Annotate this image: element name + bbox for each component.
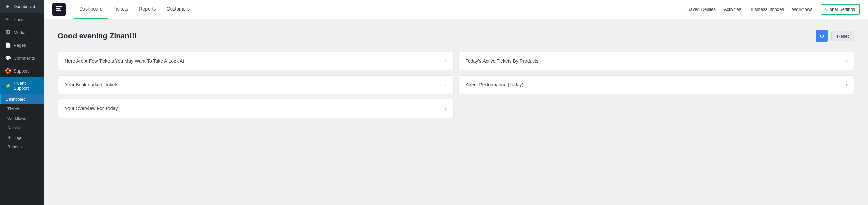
sidebar-sub-label-workflows: Workflows [7,116,26,121]
sidebar-label-fluent-support: Fluent Support [14,81,39,91]
header-actions: ⚙ Reset [816,30,854,42]
fluent-support-icon: ⚡ [5,83,11,89]
card-label: Agent Performance (Today) [466,82,524,87]
saved-replies-link[interactable]: Saved Replies [687,7,716,12]
tab-customers[interactable]: Customers [161,0,195,19]
chevron-right-icon: › [445,105,447,111]
card-label: Your Overview For Today [65,106,118,111]
tab-reports[interactable]: Reports [134,0,161,19]
sidebar-sub-label-reports: Reports [7,145,22,149]
sidebar-item-posts[interactable]: ✏ Posts [0,13,44,26]
dashboard-grid: Here Are A Few Tickets You May Want To T… [58,52,854,118]
sidebar-sub-dashboard[interactable]: Dashboard [0,94,44,104]
card-agent-performance[interactable]: Agent Performance (Today) › [458,75,854,94]
sidebar-sub-activities[interactable]: Activities [0,123,44,133]
chevron-right-icon: › [445,82,447,88]
card-bookmarked[interactable]: Your Bookmarked Tickets › [58,75,454,94]
sidebar-sub-reports[interactable]: Reports [0,142,44,152]
sidebar-sub-label-dashboard: Dashboard [6,97,26,102]
sidebar-label-support: Support [14,68,29,74]
sidebar-label-dashboard: Dashboard [14,4,35,9]
sidebar-item-support[interactable]: 🛟 Support [0,64,44,77]
sidebar-item-media[interactable]: 🖼 Media [0,26,44,39]
chevron-right-icon: › [846,58,847,64]
chevron-right-icon: › [445,58,447,64]
card-label: Your Bookmarked Tickets [65,82,118,87]
brand-logo-text [55,5,63,14]
sidebar-item-pages[interactable]: 📄 Pages [0,39,44,52]
pages-icon: 📄 [5,42,11,48]
media-icon: 🖼 [5,29,11,35]
support-icon: 🛟 [5,68,11,74]
card-tickets-look[interactable]: Here Are A Few Tickets You May Want To T… [58,52,454,70]
top-nav: Dashboard Tickets Reports Customers Save… [44,0,868,19]
reset-button[interactable]: Reset [831,31,854,41]
sidebar-sub-tickets[interactable]: Tickets [0,104,44,114]
posts-icon: ✏ [5,16,11,22]
sidebar-sub-workflows[interactable]: Workflows [0,114,44,123]
chevron-right-icon: › [846,82,847,88]
content-area: Good evening Zinan!!! ⚙ Reset Here Are A… [44,19,868,205]
page-title: Good evening Zinan!!! [58,32,137,40]
tab-dashboard[interactable]: Dashboard [74,0,108,19]
sidebar-label-media: Media [14,30,25,35]
sidebar-label-posts: Posts [14,17,25,22]
nav-right: Saved Replies Activities Business Inboxe… [687,4,860,15]
tab-tickets[interactable]: Tickets [108,0,134,19]
card-active-tickets[interactable]: Today's Active Tickets By Products › [458,52,854,70]
sidebar-sub-label-activities: Activities [7,126,23,130]
sidebar-item-comments[interactable]: 💬 Comments [0,52,44,64]
sidebar-label-pages: Pages [14,43,26,48]
sidebar-item-fluent-support[interactable]: ⚡ Fluent Support [0,77,44,94]
settings-button[interactable]: ⚙ [816,30,828,42]
sidebar-sub-label-tickets: Tickets [7,107,20,111]
gear-icon: ⚙ [820,33,824,39]
workflows-link[interactable]: Workflows [792,7,812,12]
activities-link[interactable]: Activities [724,7,741,12]
main-area: Dashboard Tickets Reports Customers Save… [44,0,868,205]
card-overview[interactable]: Your Overview For Today › [58,99,454,118]
brand-logo [52,3,66,16]
sidebar-sub-label-settings: Settings [7,135,22,140]
business-inboxes-link[interactable]: Business Inboxes [749,7,784,12]
page-header: Good evening Zinan!!! ⚙ Reset [58,30,854,42]
global-settings-link[interactable]: Global Settings [821,4,860,15]
sidebar-item-dashboard[interactable]: ⊞ Dashboard [0,0,44,13]
wp-sidebar: ⊞ Dashboard ✏ Posts 🖼 Media 📄 Pages 💬 Co… [0,0,44,205]
sidebar-label-comments: Comments [14,56,35,61]
dashboard-icon: ⊞ [5,3,11,9]
card-label: Here Are A Few Tickets You May Want To T… [65,58,184,64]
sidebar-sub-settings[interactable]: Settings [0,133,44,142]
comments-icon: 💬 [5,55,11,61]
nav-tabs: Dashboard Tickets Reports Customers [74,0,687,19]
card-label: Today's Active Tickets By Products [466,58,538,64]
